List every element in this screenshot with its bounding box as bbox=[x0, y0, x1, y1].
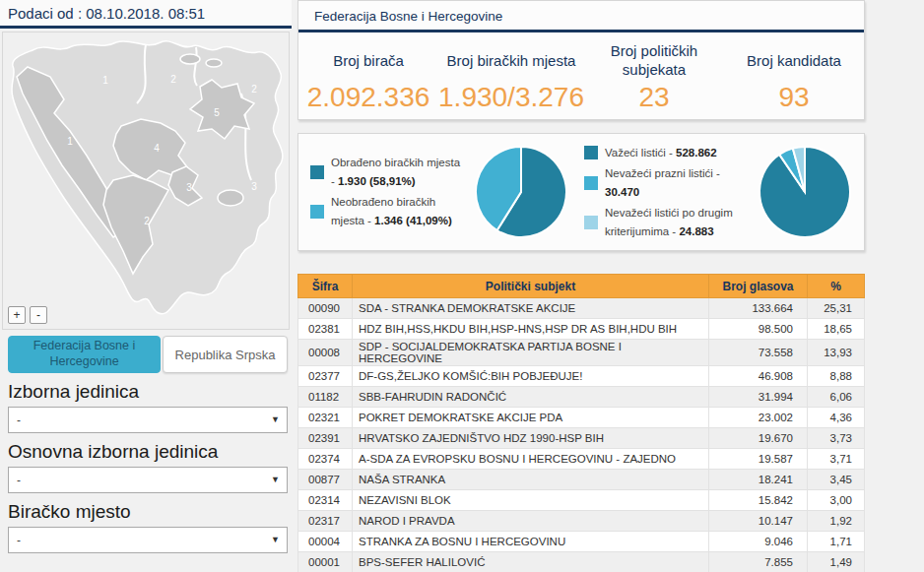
cell-pct: 1,49 bbox=[808, 552, 865, 572]
legend-item: Obrađeno biračkih mjesta - 1.930 (58,91%… bbox=[310, 154, 466, 191]
filter-label-osnovna-izborna-jedinica: Osnovna izborna jedinica bbox=[8, 441, 288, 463]
cell-sifra: 00008 bbox=[298, 340, 353, 366]
cell-pct: 25,31 bbox=[808, 298, 865, 319]
map-zoom-controls: +- bbox=[8, 305, 51, 324]
entity-tabs: Federacija Bosne i Hercegovine Republika… bbox=[8, 336, 288, 373]
panel-title: Federacija Bosne i Hercegovine bbox=[298, 1, 864, 32]
cell-broj-glasova: 73.558 bbox=[709, 340, 808, 366]
table-row[interactable]: 02317NAROD I PRAVDA10.1471,92 bbox=[298, 511, 865, 532]
cell-pct: 8,88 bbox=[808, 366, 865, 387]
tab-federacija-bih[interactable]: Federacija Bosne i Hercegovine bbox=[8, 336, 161, 373]
table-row[interactable]: 02381HDZ BIH,HSS,HKDU BIH,HSP-HNS,HSP DR… bbox=[298, 319, 865, 340]
cell-pct: 3,71 bbox=[808, 449, 865, 470]
stat: Broj biračkih mjesta1.930/3.276 bbox=[438, 42, 584, 113]
cell-sifra: 02374 bbox=[298, 449, 353, 470]
cell-politicki-subjekt: HRVATSKO ZAJEDNIŠTVO HDZ 1990-HSP BIH bbox=[353, 428, 709, 449]
cell-sifra: 02321 bbox=[298, 408, 353, 428]
tab-republika-srpska[interactable]: Republika Srpska bbox=[163, 336, 288, 373]
pie-chart-biracka-mjesta bbox=[472, 143, 570, 241]
biracko-mjesto-select[interactable]: - bbox=[9, 528, 287, 552]
table-row[interactable]: 02321POKRET DEMOKRATSKE AKCIJE PDA23.002… bbox=[298, 408, 865, 428]
cell-broj-glasova: 46.908 bbox=[709, 366, 808, 387]
legend-item: Važeći listići - 528.862 bbox=[584, 144, 750, 162]
biracko-mjesto-select-wrap: - ▼ bbox=[8, 527, 288, 553]
stat: Broj birača2.092.336 bbox=[298, 42, 438, 113]
left-panel: Podaci od : 08.10.2018. 08:51 122541332 … bbox=[0, 0, 292, 572]
osnovna-izborna-jedinica-select-wrap: - ▼ bbox=[8, 467, 288, 493]
legend-item: Nevažeći listići po drugim kriterijumima… bbox=[584, 204, 750, 241]
cell-politicki-subjekt: DF-GS,ŽELJKO KOMŠIĆ:BIH POBJEĐUJE! bbox=[353, 366, 709, 387]
cell-sifra: 02381 bbox=[298, 319, 353, 340]
column-header-politicki-subjekt[interactable]: Politički subjekt bbox=[353, 275, 709, 298]
table-row[interactable]: 00004STRANKA ZA BOSNU I HERCEGOVINU9.046… bbox=[298, 532, 865, 552]
cell-sifra: 02377 bbox=[298, 366, 353, 387]
stat-value: 93 bbox=[724, 82, 864, 113]
stat-label: Broj biračkih mjesta bbox=[438, 42, 584, 80]
map-region[interactable] bbox=[180, 54, 200, 64]
cell-broj-glasova: 23.002 bbox=[709, 408, 808, 428]
stat: Broj kandidata93 bbox=[724, 42, 864, 113]
table-row[interactable]: 02374A-SDA ZA EVROPSKU BOSNU I HERCEGOVI… bbox=[298, 449, 865, 470]
map-zoom-out-button[interactable]: - bbox=[30, 306, 47, 324]
filter-label-biracko-mjesto: Biračko mjesto bbox=[8, 501, 288, 523]
stat-value: 1.930/3.276 bbox=[438, 82, 584, 113]
table-row[interactable]: 01182SBB-FAHRUDIN RADONČIĆ31.9946,06 bbox=[298, 387, 865, 408]
cell-pct: 6,06 bbox=[808, 387, 865, 408]
izborna-jedinica-select-wrap: - ▼ bbox=[8, 407, 288, 433]
column-header-sifra[interactable]: Šifra bbox=[298, 275, 353, 298]
map-region-number: 3 bbox=[186, 182, 192, 193]
map-region-number: 3 bbox=[251, 181, 257, 192]
legend-swatch bbox=[310, 205, 324, 219]
cell-pct: 4,36 bbox=[808, 408, 865, 428]
pie-legend-listici: Važeći listići - 528.862Nevažeći prazni … bbox=[584, 142, 750, 243]
cell-sifra: 01182 bbox=[298, 387, 353, 408]
data-updated-label: Podaci od : 08.10.2018. 08:51 bbox=[0, 0, 292, 29]
osnovna-izborna-jedinica-select[interactable]: - bbox=[9, 468, 287, 492]
map-region[interactable] bbox=[218, 190, 243, 206]
table-row[interactable]: 00008SDP - SOCIJALDEMOKRATSKA PARTIJA BO… bbox=[298, 340, 865, 366]
cell-politicki-subjekt: SBB-FAHRUDIN RADONČIĆ bbox=[353, 387, 709, 408]
table-row[interactable]: 00090SDA - STRANKA DEMOKRATSKE AKCIJE133… bbox=[298, 298, 865, 319]
results-table-box: Šifra Politički subjekt Broj glasova % 0… bbox=[297, 274, 865, 572]
column-header-broj-glasova[interactable]: Broj glasova bbox=[709, 275, 808, 298]
cell-pct: 3,00 bbox=[808, 490, 865, 511]
table-row[interactable]: 02391HRVATSKO ZAJEDNIŠTVO HDZ 1990-HSP B… bbox=[298, 428, 865, 449]
map-region-number: 1 bbox=[67, 136, 73, 147]
cell-politicki-subjekt: NAROD I PRAVDA bbox=[353, 511, 709, 532]
map-zoom-in-button[interactable]: + bbox=[8, 306, 26, 324]
pie-chart-listici bbox=[756, 143, 854, 241]
cell-sifra: 02391 bbox=[298, 428, 353, 449]
table-row[interactable]: 02377DF-GS,ŽELJKO KOMŠIĆ:BIH POBJEĐUJE!4… bbox=[298, 366, 865, 387]
map-region-number: 2 bbox=[170, 74, 176, 85]
legend-swatch bbox=[310, 165, 324, 179]
cell-broj-glasova: 133.664 bbox=[709, 298, 808, 319]
legend-item: Neobrađeno biračkih mjesta - 1.346 (41,0… bbox=[310, 193, 466, 230]
cell-broj-glasova: 19.587 bbox=[709, 449, 808, 470]
cell-sifra: 02314 bbox=[298, 490, 353, 511]
map-region[interactable] bbox=[206, 59, 222, 67]
legend-label: Važeći listići - 528.862 bbox=[605, 144, 717, 162]
table-row[interactable]: 00001BPS-SEFER HALILOVIĆ7.8551,49 bbox=[298, 552, 865, 572]
cell-politicki-subjekt: SDA - STRANKA DEMOKRATSKE AKCIJE bbox=[353, 298, 709, 319]
column-header-pct[interactable]: % bbox=[808, 275, 865, 298]
legend-swatch bbox=[584, 176, 598, 190]
cell-pct: 13,93 bbox=[808, 340, 865, 366]
table-row[interactable]: 00877NAŠA STRANKA18.2413,45 bbox=[298, 470, 865, 490]
map-region-number: 1 bbox=[102, 75, 108, 86]
cell-politicki-subjekt: NEZAVISNI BLOK bbox=[353, 490, 709, 511]
cell-broj-glasova: 18.241 bbox=[709, 470, 808, 490]
bosnia-map[interactable]: 122541332 bbox=[3, 32, 289, 328]
cell-broj-glasova: 9.046 bbox=[709, 532, 808, 552]
cell-politicki-subjekt: STRANKA ZA BOSNU I HERCEGOVINU bbox=[353, 532, 709, 552]
cell-broj-glasova: 10.147 bbox=[709, 511, 808, 532]
izborna-jedinica-select[interactable]: - bbox=[9, 408, 287, 432]
pie-charts-box: Obrađeno biračkih mjesta - 1.930 (58,91%… bbox=[297, 133, 865, 251]
filter-section: Izborna jedinica - ▼ Osnovna izborna jed… bbox=[8, 376, 288, 561]
map-region-number: 4 bbox=[154, 143, 160, 154]
stat-value: 2.092.336 bbox=[298, 82, 438, 113]
legend-swatch bbox=[584, 146, 598, 159]
bosnia-map-panel: 122541332 +- bbox=[2, 32, 290, 330]
map-region-number: 2 bbox=[251, 84, 257, 95]
table-row[interactable]: 02314NEZAVISNI BLOK15.8423,00 bbox=[298, 490, 865, 511]
cell-pct: 3,73 bbox=[808, 428, 865, 449]
